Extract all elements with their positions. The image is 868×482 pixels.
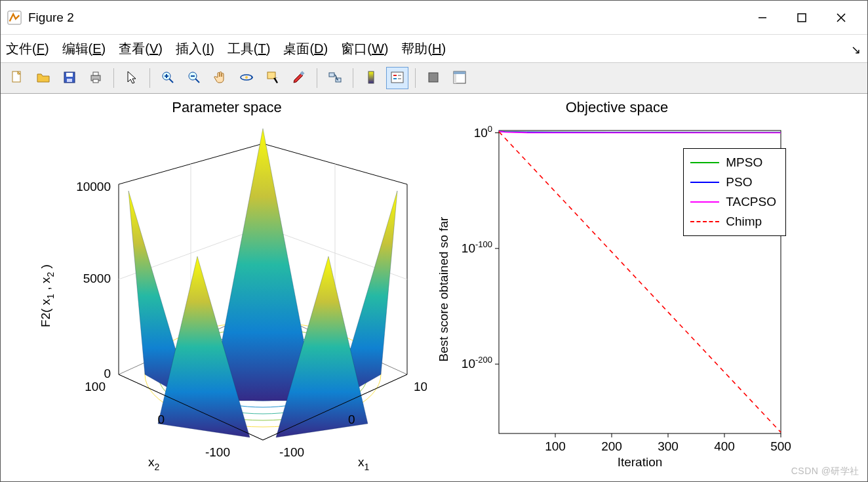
save-button[interactable] — [58, 67, 81, 89]
axes-parameter-space[interactable]: Parameter space — [27, 99, 427, 476]
legend-entry[interactable]: Chimp — [690, 212, 776, 231]
zoom-out-button[interactable] — [183, 67, 205, 89]
surface-plot: 10000 5000 0 100 0 -100 100 0 -100 x1 x2… — [27, 119, 427, 473]
svg-rect-6 — [66, 73, 73, 77]
new-figure-icon — [9, 70, 25, 87]
close-button[interactable] — [821, 5, 861, 31]
hide-plot-tools-icon — [425, 70, 441, 87]
printer-icon — [88, 70, 104, 87]
svg-rect-9 — [93, 72, 98, 75]
legend-label: MPSO — [726, 155, 762, 170]
svg-text:-100: -100 — [279, 445, 304, 459]
menubar: 文件(F)编辑(E)查看(V)插入(I)工具(T)桌面(D)窗口(W)帮助(H)… — [1, 35, 867, 62]
axes-title-left: Parameter space — [27, 99, 427, 116]
menu-v[interactable]: 查看(V) — [119, 40, 163, 58]
svg-text:x2: x2 — [148, 455, 160, 472]
link-plots-icon — [327, 70, 343, 87]
svg-text:100: 100 — [545, 439, 566, 453]
legend-line-sample — [690, 221, 719, 222]
legend[interactable]: MPSOPSOTACPSOChimp — [683, 148, 786, 236]
svg-text:100: 100 — [414, 380, 427, 393]
show-plot-tools-icon — [452, 70, 467, 87]
toolbar-separator — [415, 68, 416, 88]
svg-text:200: 200 — [601, 439, 622, 453]
link-plot-button[interactable] — [324, 67, 346, 89]
rotate3d-button[interactable] — [235, 67, 258, 89]
svg-text:x1: x1 — [358, 455, 370, 472]
data-cursor-button[interactable] — [262, 67, 284, 89]
zoom-in-icon — [160, 70, 176, 87]
pan-button[interactable] — [209, 67, 231, 89]
maximize-button[interactable] — [782, 5, 821, 31]
toolbar-separator — [149, 68, 150, 88]
toolbar-separator — [353, 68, 353, 88]
menu-d[interactable]: 桌面(D) — [283, 40, 328, 58]
legend-line-sample — [690, 162, 719, 163]
toolbar-separator — [317, 68, 317, 88]
legend-entry[interactable]: MPSO — [690, 153, 776, 172]
svg-text:0: 0 — [348, 412, 355, 426]
svg-rect-7 — [67, 79, 72, 82]
dock-arrow-icon[interactable]: ↘ — [851, 43, 861, 57]
svg-rect-33 — [454, 74, 456, 83]
svg-text:10-100: 10-100 — [462, 239, 492, 255]
legend-label: Chimp — [726, 214, 762, 229]
titlebar[interactable]: Figure 2 — [1, 1, 867, 35]
hide-tools-button[interactable] — [422, 67, 444, 89]
menu-h[interactable]: 帮助(H) — [401, 40, 446, 58]
new-figure-button[interactable] — [6, 67, 28, 89]
pointer-button[interactable] — [121, 67, 143, 89]
menu-i[interactable]: 插入(I) — [176, 40, 214, 58]
svg-text:Best score obtained so far: Best score obtained so far — [437, 216, 450, 361]
minimize-button[interactable] — [743, 5, 782, 31]
legend-entry[interactable]: PSO — [690, 172, 776, 192]
menu-e[interactable]: 编辑(E) — [62, 40, 106, 58]
svg-text:Iteration: Iteration — [618, 455, 663, 469]
zoom-out-icon — [186, 70, 202, 87]
matlab-figure-icon — [7, 10, 22, 25]
pointer-icon — [124, 70, 140, 87]
svg-line-12 — [169, 79, 173, 83]
axes-objective-space[interactable]: Objective space 100200300400500 10010-10… — [433, 99, 800, 476]
open-folder-icon — [35, 70, 51, 87]
svg-rect-30 — [429, 73, 438, 82]
svg-point-19 — [245, 76, 248, 79]
svg-rect-24 — [368, 71, 374, 83]
svg-text:100: 100 — [85, 380, 106, 393]
colorbar-button[interactable] — [360, 67, 382, 89]
menu-w[interactable]: 窗口(W) — [341, 40, 388, 58]
svg-text:-100: -100 — [205, 445, 230, 459]
brush-button[interactable] — [288, 67, 310, 89]
svg-text:10000: 10000 — [76, 180, 111, 193]
hand-pan-icon — [212, 70, 228, 87]
print-button[interactable] — [85, 67, 107, 89]
svg-rect-22 — [329, 73, 334, 77]
svg-text:100: 100 — [474, 124, 492, 140]
save-disk-icon — [62, 70, 77, 87]
legend-button[interactable] — [386, 67, 408, 89]
zoom-in-button[interactable] — [157, 67, 179, 89]
rotate-3d-icon — [239, 70, 254, 87]
plot-area: Parameter space — [1, 94, 867, 481]
svg-text:10-200: 10-200 — [462, 355, 492, 371]
toolbar-separator — [113, 68, 114, 88]
legend-entry[interactable]: TACPSO — [690, 192, 776, 212]
svg-text:F2( x1 , x2 ): F2( x1 , x2 ) — [39, 264, 56, 327]
plot-tools-button[interactable] — [448, 67, 471, 89]
svg-line-16 — [195, 79, 199, 83]
figure-window: Figure 2 文件(F)编辑(E)查看(V)插入(I)工具(T)桌面(D)窗… — [0, 0, 868, 482]
open-button[interactable] — [32, 67, 54, 89]
menu-t[interactable]: 工具(T) — [227, 40, 271, 58]
axes-title-right: Objective space — [433, 99, 800, 116]
watermark-text: CSDN @研学社 — [791, 466, 859, 477]
legend-line-sample — [690, 182, 719, 183]
legend-line-sample — [690, 201, 719, 203]
svg-rect-32 — [454, 71, 465, 74]
svg-rect-2 — [798, 14, 806, 22]
menu-f[interactable]: 文件(F) — [6, 40, 49, 58]
svg-text:0: 0 — [157, 412, 165, 426]
window-title: Figure 2 — [28, 10, 74, 25]
svg-text:500: 500 — [770, 439, 791, 453]
svg-text:400: 400 — [714, 439, 735, 453]
svg-rect-25 — [391, 72, 403, 83]
